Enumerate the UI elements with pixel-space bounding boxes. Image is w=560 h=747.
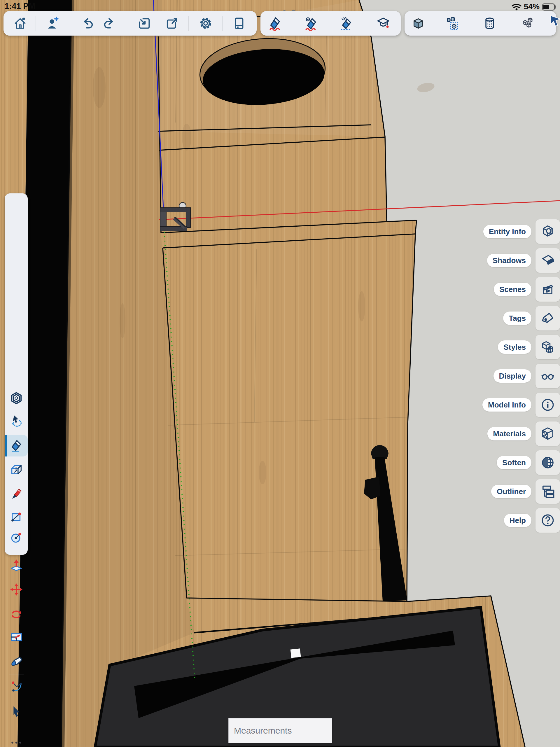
sketchup-app-window: 1:41 PM 54% (0, 0, 560, 747)
pointer-cursor-icon (550, 15, 560, 27)
back-edges-icon[interactable] (410, 15, 426, 31)
move-icon[interactable] (8, 582, 24, 597)
copies-icon[interactable] (444, 15, 460, 31)
settings-gear-icon[interactable] (198, 15, 214, 31)
shadows-icon[interactable] (535, 248, 560, 273)
entity-info-icon[interactable] (535, 220, 560, 244)
battery-percent: 54% (524, 2, 540, 11)
home-icon[interactable] (12, 15, 28, 31)
help-button[interactable]: Help (504, 514, 531, 527)
external-device-icon[interactable] (231, 15, 247, 31)
eraser-icon[interactable] (8, 438, 24, 454)
hidden-geometry-icon[interactable] (482, 15, 498, 31)
export-icon[interactable] (164, 15, 180, 31)
palette-divider (9, 674, 24, 674)
scenes-icon[interactable] (535, 277, 560, 302)
materials-icon[interactable] (535, 421, 560, 446)
styles-icon[interactable] (535, 335, 560, 359)
measurements-input[interactable] (228, 718, 332, 743)
materials-button[interactable]: Materials (487, 427, 531, 440)
section-box-icon[interactable] (8, 462, 24, 478)
selected-tool-accent (5, 435, 7, 457)
push-pull-icon[interactable] (8, 558, 24, 573)
outliner-button[interactable]: Outliner (491, 485, 531, 498)
display-icon[interactable] (535, 364, 560, 388)
scale-icon[interactable] (8, 629, 24, 645)
model-info-button[interactable]: Model Info (482, 398, 531, 412)
main-toolbar (3, 11, 257, 35)
paint-bucket-icon[interactable] (8, 654, 24, 669)
tags-button[interactable]: Tags (503, 311, 531, 325)
erase-icon[interactable] (267, 15, 283, 31)
model-scene (0, 0, 560, 747)
redo-icon[interactable] (101, 15, 118, 31)
more-dots-icon[interactable] (8, 735, 24, 747)
eraser-toolbar (260, 11, 401, 35)
instructor-icon[interactable] (375, 15, 391, 31)
pencil-icon[interactable] (8, 486, 24, 502)
battery-icon (542, 3, 557, 11)
angle-icon[interactable] (8, 678, 24, 694)
components-icon[interactable] (519, 15, 535, 31)
display-toolbar (405, 11, 556, 35)
model-viewport[interactable] (0, 0, 560, 747)
styles-button[interactable]: Styles (498, 340, 531, 354)
clock-time: 1:41 PM (5, 2, 35, 11)
tags-icon[interactable] (535, 306, 560, 331)
outliner-icon[interactable] (535, 479, 560, 504)
circle-icon[interactable] (8, 530, 24, 545)
help-icon[interactable] (535, 508, 560, 533)
soften-icon[interactable] (535, 450, 560, 475)
cursor-icon[interactable] (8, 704, 24, 720)
tool-palette (5, 194, 28, 555)
undo-icon[interactable] (79, 15, 96, 31)
erase-hide-edges-icon[interactable] (303, 15, 319, 31)
rectangle-icon[interactable] (8, 509, 24, 525)
entity-info-button[interactable]: Entity Info (483, 225, 531, 238)
warehouse-icon[interactable] (8, 390, 24, 406)
rotate-icon[interactable] (8, 607, 24, 622)
baffle-port-marker (290, 648, 301, 658)
shadows-button[interactable]: Shadows (487, 254, 531, 267)
soften-button[interactable]: Soften (497, 456, 531, 469)
lasso-select-icon[interactable] (8, 413, 24, 429)
wifi-icon (512, 3, 521, 11)
model-info-icon[interactable] (535, 393, 560, 417)
display-button[interactable]: Display (493, 369, 532, 383)
erase-soften-edges-icon[interactable] (337, 15, 354, 31)
import-icon[interactable] (136, 15, 153, 31)
scenes-button[interactable]: Scenes (494, 283, 531, 296)
add-collaborator-icon[interactable] (44, 15, 61, 31)
